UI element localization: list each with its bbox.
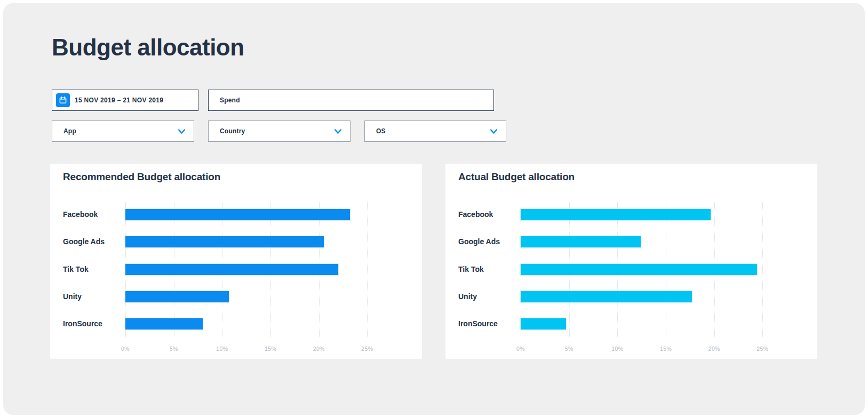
x-axis-tick-label: 0% — [121, 345, 130, 352]
x-axis-tick-label: 25% — [361, 345, 373, 352]
chevron-down-icon — [489, 127, 498, 136]
bar — [125, 236, 324, 247]
bar-label: Google Ads — [63, 236, 123, 247]
os-dropdown[interactable]: OS — [364, 120, 506, 142]
bar-label: Facebook — [458, 209, 518, 220]
app-dropdown[interactable]: App — [52, 120, 194, 142]
bar-label: Unity — [63, 291, 123, 302]
os-dropdown-label: OS — [376, 127, 386, 135]
bar-label: IronSource — [458, 318, 518, 329]
x-axis-tick-label: 20% — [313, 345, 325, 352]
bar — [521, 291, 692, 302]
chart-title: Recommended Budget allocation — [63, 171, 220, 183]
country-dropdown-label: Country — [220, 127, 245, 135]
chart-title: Actual Budget allocation — [458, 171, 575, 183]
spend-label: Spend — [220, 97, 240, 104]
x-axis-tick-label: 15% — [660, 345, 672, 352]
chevron-down-icon — [177, 127, 186, 136]
gridline — [367, 202, 368, 337]
x-axis-tick-label: 10% — [611, 345, 623, 352]
bar — [125, 318, 203, 329]
country-dropdown[interactable]: Country — [208, 120, 351, 142]
bar-label: Facebook — [63, 209, 123, 220]
bar-label: Tik Tok — [458, 264, 518, 275]
bar-label: IronSource — [63, 318, 123, 329]
spend-input[interactable]: Spend — [208, 90, 494, 111]
app-dropdown-label: App — [63, 127, 76, 135]
calendar-icon — [56, 93, 70, 107]
bar — [521, 209, 711, 220]
recommended-budget-chart-card: Recommended Budget allocation FacebookGo… — [50, 164, 422, 359]
x-axis-tick-label: 5% — [565, 345, 574, 352]
bar — [521, 318, 566, 329]
x-axis-tick-label: 5% — [170, 345, 178, 352]
x-axis-tick-label: 10% — [216, 345, 228, 352]
x-axis-tick-label: 25% — [756, 345, 768, 352]
bar — [521, 264, 757, 275]
actual-budget-chart-card: Actual Budget allocation FacebookGoogle … — [445, 164, 817, 359]
bar-label: Google Ads — [458, 236, 518, 247]
x-axis-tick-label: 15% — [265, 345, 276, 352]
bar-label: Unity — [458, 291, 518, 302]
page-title: Budget allocation — [52, 34, 244, 61]
date-range-value: 15 NOV 2019 – 21 NOV 2019 — [75, 97, 163, 104]
date-range-picker[interactable]: 15 NOV 2019 – 21 NOV 2019 — [52, 90, 198, 111]
gridline — [762, 202, 763, 337]
x-axis-tick-label: 0% — [516, 345, 525, 352]
bar — [125, 264, 338, 275]
x-axis-tick-label: 20% — [708, 345, 720, 352]
bar — [125, 209, 350, 220]
bar — [521, 236, 641, 247]
chevron-down-icon — [333, 127, 343, 136]
bar — [125, 291, 229, 302]
chart-x-axis: 0%5%10%15%20%25% — [125, 345, 406, 353]
bar-label: Tik Tok — [63, 264, 123, 275]
chart-x-axis: 0%5%10%15%20%25% — [521, 345, 801, 353]
